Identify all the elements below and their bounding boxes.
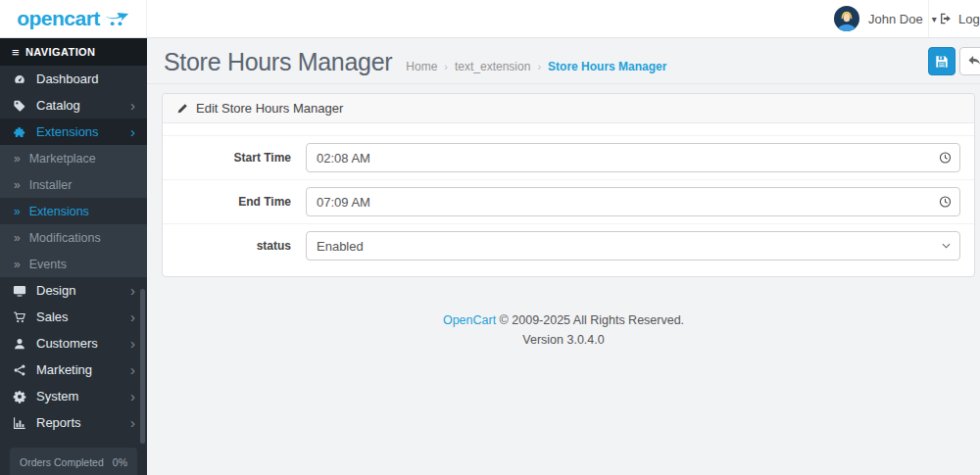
user-icon (12, 337, 27, 351)
clock-icon[interactable] (939, 152, 952, 165)
tags-icon (12, 99, 27, 113)
share-icon (12, 363, 27, 377)
sidebar-item-reports[interactable]: Reports › (0, 409, 147, 436)
nav-header-label: NAVIGATION (25, 46, 95, 58)
sidebar: ≡ NAVIGATION Dashboard Catalog › Extensi… (0, 38, 147, 475)
sidebar-item-system[interactable]: System › (0, 383, 147, 409)
page-header: Store Hours Manager Home › text_extensio… (147, 38, 980, 84)
floppy-save-icon (935, 55, 949, 69)
gear-icon (12, 390, 27, 404)
chevron-right-icon: › (130, 362, 135, 377)
double-angle-icon: » (14, 258, 21, 271)
clock-icon[interactable] (939, 196, 952, 209)
avatar (834, 6, 859, 31)
opencart-logo-text: opencart (17, 7, 100, 30)
sidebar-subitem-installer[interactable]: » Installer (0, 171, 147, 198)
orders-completed-stat: Orders Completed 0% (10, 448, 137, 475)
header-divider (928, 0, 929, 37)
extensions-submenu: » Marketplace » Installer » Extensions »… (0, 145, 147, 277)
opencart-admin: opencart John Doe ▾ (0, 0, 980, 475)
sidebar-item-marketing[interactable]: Marketing › (0, 356, 147, 383)
opencart-cart-icon (104, 11, 129, 26)
chevron-right-icon: › (130, 336, 135, 351)
chevron-right-icon: › (130, 415, 135, 430)
status-label: status (176, 239, 306, 253)
double-angle-icon: » (14, 205, 21, 218)
form-row-start-time: Start Time (163, 135, 974, 179)
logout-label: Logout (958, 12, 980, 26)
breadcrumb-current: Store Hours Manager (548, 60, 666, 73)
user-menu[interactable]: John Doe ▾ (834, 0, 937, 37)
breadcrumb: Home › text_extension › Store Hours Mana… (406, 60, 666, 73)
panel-heading-label: Edit Store Hours Manager (196, 101, 343, 116)
stat-label: Orders Completed (20, 456, 104, 468)
start-time-label: Start Time (176, 151, 306, 165)
chevron-right-icon: › (130, 283, 135, 298)
monitor-icon (12, 284, 27, 298)
chevron-right-icon: › (130, 389, 135, 404)
dashboard-icon (12, 72, 27, 86)
copyright-line: OpenCart © 2009-2025 All Rights Reserved… (147, 310, 980, 330)
double-angle-icon: » (14, 152, 21, 166)
double-angle-icon: » (14, 231, 21, 245)
edit-panel: Edit Store Hours Manager Start Time End … (162, 93, 975, 277)
sidebar-item-dashboard[interactable]: Dashboard (0, 66, 147, 92)
sidebar-item-design[interactable]: Design › (0, 277, 147, 304)
stat-value: 0% (113, 456, 127, 468)
sidebar-nav-header: ≡ NAVIGATION (0, 38, 147, 66)
sidebar-item-catalog[interactable]: Catalog › (0, 92, 147, 119)
shopping-cart-icon (12, 310, 27, 324)
breadcrumb-separator: › (537, 61, 541, 72)
main-content: Store Hours Manager Home › text_extensio… (147, 38, 980, 475)
sidebar-subitem-modifications[interactable]: » Modifications (0, 224, 147, 251)
form-row-status: status Enabled (163, 223, 974, 267)
page-footer: OpenCart © 2009-2025 All Rights Reserved… (147, 310, 980, 350)
breadcrumb-separator: › (444, 61, 448, 72)
sidebar-scrollbar-thumb[interactable] (140, 289, 145, 444)
double-angle-icon: » (14, 178, 21, 192)
status-selected-value: Enabled (317, 239, 364, 254)
page-title: Store Hours Manager (164, 48, 392, 76)
chevron-right-icon: › (130, 98, 135, 113)
chevron-down-icon (942, 243, 951, 249)
hamburger-icon: ≡ (12, 45, 20, 60)
end-time-label: End Time (176, 195, 306, 209)
user-name: John Doe (868, 12, 923, 26)
logout-button[interactable]: Logout (939, 0, 980, 37)
back-button[interactable] (959, 47, 980, 75)
panel-heading: Edit Store Hours Manager (163, 94, 974, 123)
sidebar-subitem-marketplace[interactable]: » Marketplace (0, 145, 147, 171)
sidebar-item-customers[interactable]: Customers › (0, 330, 147, 356)
opencart-footer-link[interactable]: OpenCart (443, 313, 496, 327)
status-select[interactable]: Enabled (306, 231, 960, 261)
sidebar-item-extensions[interactable]: Extensions › (0, 119, 147, 145)
bar-chart-icon (12, 416, 27, 430)
version-line: Version 3.0.4.0 (147, 330, 980, 350)
breadcrumb-text-extension[interactable]: text_extension (455, 60, 530, 73)
breadcrumb-home[interactable]: Home (406, 60, 437, 73)
top-header: opencart John Doe ▾ (0, 0, 980, 38)
copyright-text: © 2009-2025 All Rights Reserved. (500, 313, 684, 327)
chevron-right-icon: › (130, 124, 135, 139)
opencart-logo[interactable]: opencart (0, 0, 147, 37)
sidebar-item-sales[interactable]: Sales › (0, 304, 147, 330)
sidebar-subitem-extensions[interactable]: » Extensions (0, 198, 147, 224)
form-row-end-time: End Time (163, 179, 974, 223)
chevron-right-icon: › (130, 309, 135, 324)
reply-arrow-icon (967, 55, 980, 68)
puzzle-icon (12, 125, 27, 139)
caret-down-icon: ▾ (932, 14, 937, 24)
save-button[interactable] (928, 47, 956, 75)
end-time-input[interactable] (306, 187, 960, 216)
sidebar-subitem-events[interactable]: » Events (0, 251, 147, 277)
pencil-icon (176, 103, 188, 115)
sign-out-icon (939, 12, 953, 25)
start-time-input[interactable] (306, 143, 960, 172)
panel-body: Start Time End Time (163, 123, 974, 276)
